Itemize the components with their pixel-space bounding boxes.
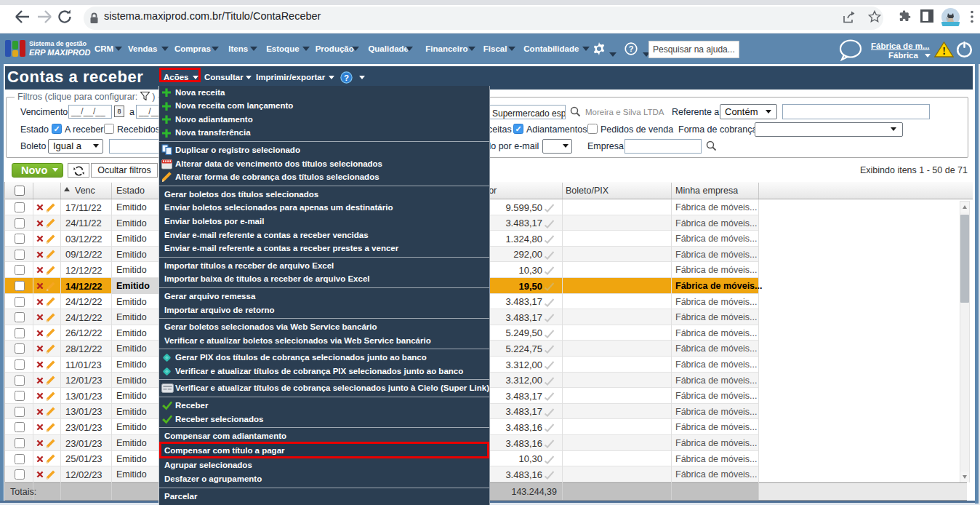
svg-text:?: ?: [344, 73, 349, 82]
svg-text:?: ?: [629, 44, 634, 53]
svg-text:!: !: [942, 46, 946, 57]
